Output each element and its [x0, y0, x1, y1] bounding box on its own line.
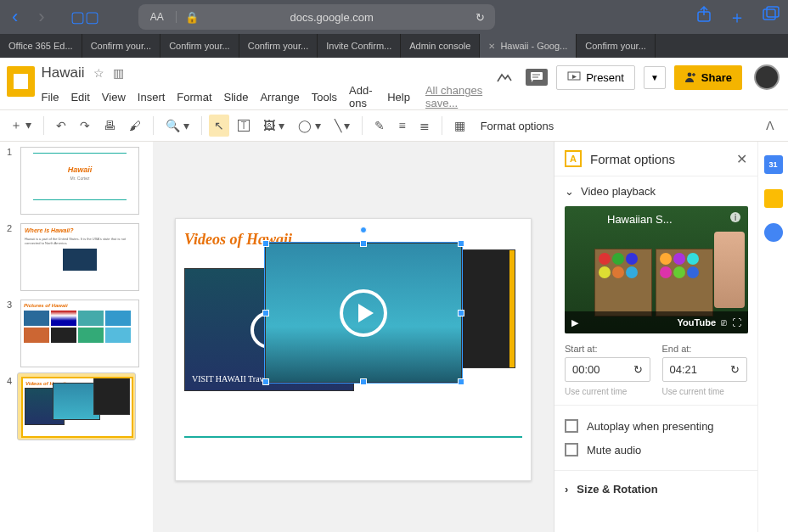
document-title[interactable]: Hawaii — [42, 64, 85, 81]
menu-file[interactable]: File — [42, 91, 59, 104]
mute-checkbox-row[interactable]: Mute audio — [565, 438, 747, 462]
new-slide-button[interactable]: ＋ ▾ — [5, 114, 37, 137]
new-tab-icon[interactable]: ＋ — [729, 6, 746, 29]
end-at-input[interactable]: 04:21↻ — [662, 357, 748, 382]
forward-button[interactable]: › — [35, 6, 48, 28]
resize-handle[interactable] — [360, 240, 367, 247]
textbox-tool[interactable]: 🅃 — [233, 115, 255, 137]
browser-tab-active[interactable]: ✕Hawaii - Goog... — [480, 34, 577, 58]
browser-tab[interactable]: Admin console — [401, 34, 480, 58]
account-avatar[interactable] — [754, 64, 780, 90]
resize-handle[interactable] — [458, 378, 464, 385]
share-button[interactable]: Share — [674, 65, 742, 90]
tasks-icon[interactable] — [764, 223, 783, 242]
browser-tab[interactable]: Confirm your... — [160, 34, 239, 58]
resize-handle[interactable] — [458, 310, 464, 316]
keep-icon[interactable] — [764, 189, 783, 208]
menu-slide[interactable]: Slide — [224, 91, 249, 104]
slide-thumbnail[interactable]: Pictures of Hawaii — [20, 300, 139, 367]
cast-icon[interactable]: ⎚ — [721, 317, 727, 328]
text-size-icon[interactable]: AA — [138, 11, 177, 23]
close-panel-icon[interactable]: ✕ — [736, 151, 747, 167]
zoom-button[interactable]: 🔍 ▾ — [160, 115, 194, 137]
select-tool[interactable]: ↖ — [209, 115, 229, 137]
menu-format[interactable]: Format — [177, 91, 211, 104]
slide-thumbnail[interactable]: Where is Hawaii? Hawaii is a part of the… — [20, 223, 139, 291]
autoplay-checkbox-row[interactable]: Autoplay when presenting — [565, 414, 747, 438]
play-icon[interactable]: ▶ — [571, 317, 578, 328]
present-dropdown[interactable]: ▼ — [644, 66, 666, 89]
video-preview-content — [594, 249, 713, 316]
menu-addons[interactable]: Add-ons — [349, 84, 375, 109]
chevron-down-icon: ⌄ — [565, 185, 574, 198]
print-button[interactable]: 🖶 — [98, 115, 121, 137]
menu-arrange[interactable]: Arrange — [260, 91, 299, 104]
svg-rect-1 — [763, 9, 775, 20]
redo-button[interactable]: ↷ — [75, 115, 95, 137]
calendar-icon[interactable]: 31 — [764, 155, 783, 174]
comments-icon[interactable] — [526, 69, 548, 86]
menu-bar: File Edit View Insert Format Slide Arran… — [42, 84, 486, 109]
close-tab-icon[interactable]: ✕ — [488, 42, 495, 51]
browser-tab[interactable]: Confirm your... — [82, 34, 161, 58]
slide-thumbnail[interactable]: Videos of Hawaii — [21, 377, 133, 438]
size-rotation-section[interactable]: › Size & Rotation — [554, 471, 757, 507]
crop-button[interactable]: ✎ — [369, 115, 390, 137]
rotate-handle[interactable] — [360, 227, 367, 233]
slide-canvas[interactable]: Videos of Hawaii — [153, 142, 554, 532]
bookmarks-icon[interactable]: ▢▢ — [70, 8, 99, 26]
slide-number: 2 — [7, 223, 15, 291]
menu-help[interactable]: Help — [387, 91, 410, 104]
tabs-icon[interactable] — [763, 6, 780, 29]
youtube-logo[interactable]: YouTube — [678, 317, 716, 328]
video-playback-section[interactable]: ⌄ Video playback — [565, 185, 747, 198]
save-status[interactable]: All changes save... — [425, 84, 485, 109]
refresh-icon[interactable]: ↻ — [633, 363, 643, 376]
browser-tab[interactable]: Invite Confirm... — [318, 34, 401, 58]
shape-tool[interactable]: ◯ ▾ — [293, 115, 326, 137]
resize-handle[interactable] — [458, 240, 464, 247]
mask-button[interactable]: ▦ — [449, 115, 470, 137]
resize-handle[interactable] — [262, 240, 269, 247]
browser-tab[interactable]: Confirm your... — [577, 34, 656, 58]
video-preview[interactable]: Hawaiian S... i ▶ YouTube ⎚ ⛶ — [565, 206, 748, 333]
use-current-start[interactable]: Use current time — [565, 387, 650, 396]
line-tool[interactable]: ╲ ▾ — [329, 115, 356, 137]
menu-insert[interactable]: Insert — [138, 91, 166, 104]
refresh-icon[interactable]: ↻ — [730, 363, 740, 376]
menu-tools[interactable]: Tools — [312, 91, 337, 104]
resize-handle[interactable] — [262, 310, 269, 316]
slide-thumbnail[interactable]: Hawaii Mr. Cortez — [20, 147, 139, 215]
slides-logo-icon[interactable] — [7, 66, 35, 97]
border-weight-button[interactable]: ≡ — [393, 115, 410, 137]
explore-icon[interactable] — [492, 66, 517, 88]
menu-view[interactable]: View — [102, 91, 126, 104]
reload-icon[interactable]: ↻ — [465, 11, 495, 24]
paint-format-button[interactable]: 🖌 — [124, 115, 146, 137]
resize-handle[interactable] — [360, 378, 367, 385]
share-icon[interactable] — [696, 6, 712, 29]
checkbox-icon[interactable] — [565, 419, 578, 433]
start-at-input[interactable]: 00:00↻ — [565, 357, 650, 382]
use-current-end[interactable]: Use current time — [662, 387, 748, 396]
info-icon[interactable]: i — [729, 211, 741, 223]
url-host: docs.google.com — [199, 11, 465, 24]
checkbox-icon[interactable] — [565, 443, 578, 456]
back-button[interactable]: ‹ — [8, 6, 21, 28]
address-bar[interactable]: AA 🔒 docs.google.com ↻ — [138, 4, 495, 30]
format-options-button[interactable]: Format options — [474, 116, 561, 136]
undo-button[interactable]: ↶ — [51, 115, 71, 137]
resize-handle[interactable] — [262, 378, 269, 385]
video-object-selected[interactable] — [265, 243, 462, 383]
border-dash-button[interactable]: ≣ — [414, 115, 435, 137]
image-tool[interactable]: 🖼 ▾ — [258, 115, 290, 137]
browser-tab[interactable]: Confirm your... — [239, 34, 318, 58]
present-button[interactable]: Present — [556, 65, 635, 90]
fullscreen-icon[interactable]: ⛶ — [732, 317, 741, 328]
move-folder-icon[interactable]: ▥ — [113, 66, 124, 80]
play-icon[interactable] — [340, 289, 387, 337]
hide-menus-icon[interactable]: ᐱ — [766, 119, 783, 132]
browser-tab[interactable]: Office 365 Ed... — [0, 34, 82, 58]
menu-edit[interactable]: Edit — [70, 91, 89, 104]
star-icon[interactable]: ☆ — [93, 66, 104, 80]
